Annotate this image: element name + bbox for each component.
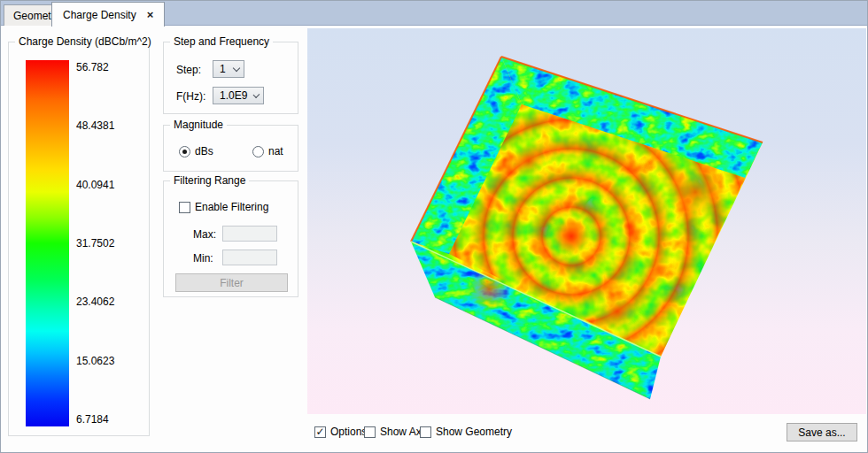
radio-dbs[interactable]: dBs — [179, 145, 213, 157]
content-area: Charge Density (dBCb/m^2) 56.782 48.4381… — [1, 26, 867, 452]
radio-label: dBs — [195, 145, 213, 157]
colorbar-tick: 23.4062 — [76, 296, 143, 308]
tab-label: Charge Density — [63, 9, 136, 21]
checkbox-icon: ✓ — [314, 426, 326, 438]
viewport[interactable] — [307, 28, 866, 414]
step-value: 1 — [220, 63, 226, 75]
filtering-title: Filtering Range — [170, 174, 249, 187]
colorbar-tick: 31.7502 — [76, 237, 143, 250]
max-label: Max: — [193, 228, 216, 241]
checkbox-label: Options — [330, 426, 367, 438]
app-window: Geometry Charge Density × Charge Density… — [0, 0, 868, 453]
filter-button[interactable]: Filter — [175, 273, 288, 292]
colorbar-tick: 56.782 — [76, 61, 143, 73]
min-input[interactable] — [222, 250, 277, 265]
step-frequency-panel: Step and Frequency Step: 1 F(Hz): 1.0E9 — [163, 42, 298, 114]
colorbar-tick: 40.0941 — [76, 179, 143, 191]
step-frequency-title: Step and Frequency — [170, 35, 273, 48]
tab-bar: Geometry Charge Density × — [1, 1, 867, 26]
show-geometry-checkbox[interactable]: Show Geometry — [420, 426, 512, 438]
field-hotspot — [513, 145, 545, 177]
checkbox-label: Show Geometry — [436, 426, 512, 438]
checkbox-icon — [364, 426, 376, 438]
colorbar-gradient — [26, 60, 69, 426]
colorbar-panel: Charge Density (dBCb/m^2) 56.782 48.4381… — [8, 42, 150, 436]
radio-icon — [179, 146, 190, 157]
colorbar-tick: 48.4381 — [76, 119, 143, 132]
options-checkbox[interactable]: ✓ Options — [314, 426, 367, 438]
checkbox-icon — [420, 426, 431, 438]
field-hotspot — [598, 292, 637, 331]
field-hotspot — [468, 268, 510, 311]
chevron-down-icon — [253, 91, 260, 98]
save-as-button[interactable]: Save as... — [787, 423, 857, 441]
checkbox-label: Enable Filtering — [195, 201, 268, 213]
enable-filtering-checkbox[interactable]: Enable Filtering — [179, 201, 268, 213]
min-label: Min: — [193, 252, 213, 265]
frequency-label: F(Hz): — [176, 90, 205, 103]
checkbox-icon — [179, 202, 190, 213]
filtering-panel: Filtering Range Enable Filtering Max: Mi… — [163, 180, 298, 297]
charge-density-3d-view[interactable] — [307, 28, 866, 414]
chevron-down-icon — [233, 64, 240, 71]
tab-charge-density[interactable]: Charge Density × — [51, 2, 165, 27]
colorbar-tick: 6.7184 — [76, 413, 143, 426]
radio-label: nat — [268, 145, 283, 157]
step-label: Step: — [176, 64, 201, 76]
magnitude-title: Magnitude — [170, 119, 227, 131]
magnitude-panel: Magnitude dBs nat — [163, 125, 298, 172]
ring-center-hotspot — [552, 217, 591, 256]
radio-nat[interactable]: nat — [252, 145, 283, 157]
field-hotspot — [667, 164, 724, 220]
radio-icon — [252, 146, 264, 157]
close-icon[interactable]: × — [147, 9, 154, 20]
frequency-select[interactable]: 1.0E9 — [213, 87, 264, 104]
max-input[interactable] — [222, 226, 277, 242]
frequency-value: 1.0E9 — [220, 89, 247, 102]
colorbar-title: Charge Density (dBCb/m^2) — [15, 35, 155, 48]
step-select[interactable]: 1 — [213, 60, 244, 78]
colorbar-tick: 15.0623 — [76, 355, 143, 367]
